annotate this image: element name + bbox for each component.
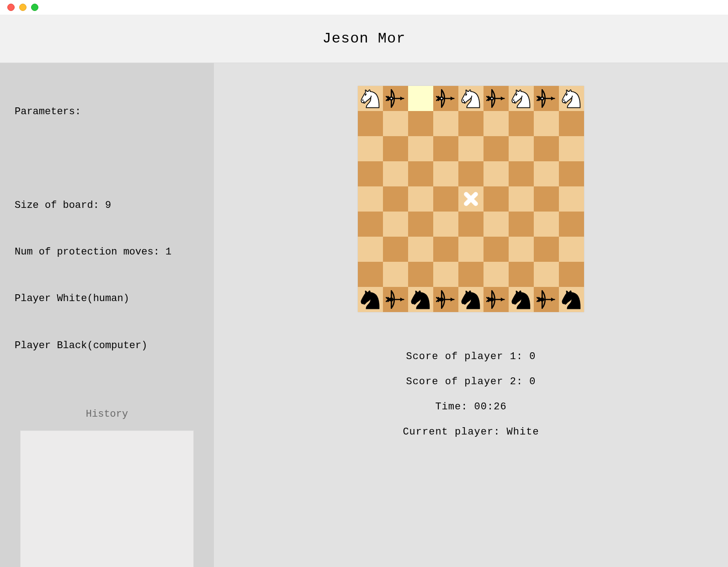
board-square[interactable] [509,111,534,136]
board-square[interactable] [358,161,383,186]
board-square[interactable] [433,186,458,212]
board-square[interactable] [358,186,383,212]
board-square[interactable] [383,111,408,136]
board-square[interactable] [458,262,484,287]
board-square[interactable] [484,186,509,212]
board-square[interactable] [408,262,433,287]
board-square[interactable] [433,237,458,262]
board-square[interactable] [484,212,509,237]
board-square[interactable] [534,86,559,111]
board-square[interactable] [433,136,458,161]
board-square[interactable] [433,111,458,136]
board-square[interactable] [383,86,408,111]
game-board[interactable] [358,86,584,312]
piece-archer-black[interactable] [383,287,408,314]
board-square[interactable] [408,86,433,111]
board-square[interactable] [559,262,584,287]
piece-knight-black[interactable] [458,287,484,314]
board-square[interactable] [509,186,534,212]
piece-archer-black[interactable] [534,287,559,314]
piece-knight-white[interactable] [559,86,584,113]
board-square[interactable] [358,237,383,262]
piece-archer-white[interactable] [383,86,408,113]
piece-knight-black[interactable] [408,287,433,314]
board-square[interactable] [433,287,458,312]
board-square[interactable] [484,136,509,161]
board-square[interactable] [458,287,484,312]
board-square[interactable] [433,86,458,111]
board-square[interactable] [559,136,584,161]
board-square[interactable] [484,237,509,262]
board-square[interactable] [534,111,559,136]
board-square[interactable] [559,237,584,262]
board-square[interactable] [408,287,433,312]
board-square[interactable] [484,262,509,287]
board-square[interactable] [534,161,559,186]
board-square[interactable] [484,287,509,312]
piece-archer-black[interactable] [433,287,458,314]
board-square[interactable] [383,212,408,237]
board-square[interactable] [534,186,559,212]
piece-knight-black[interactable] [559,287,584,314]
piece-knight-white[interactable] [458,86,484,113]
board-square[interactable] [509,237,534,262]
board-square[interactable] [534,262,559,287]
board-square[interactable] [408,212,433,237]
board-square[interactable] [534,212,559,237]
board-square[interactable] [534,287,559,312]
traffic-light-zoom[interactable] [31,4,38,11]
board-square[interactable] [509,86,534,111]
board-square[interactable] [358,212,383,237]
board-square[interactable] [408,237,433,262]
board-square[interactable] [559,212,584,237]
board-square[interactable] [408,186,433,212]
board-square[interactable] [559,161,584,186]
board-square[interactable] [458,136,484,161]
board-square[interactable] [358,86,383,111]
board-square[interactable] [458,86,484,111]
board-square[interactable] [509,262,534,287]
piece-knight-black[interactable] [358,287,383,314]
piece-archer-black[interactable] [484,287,509,314]
board-square[interactable] [559,186,584,212]
board-square[interactable] [458,161,484,186]
board-square[interactable] [458,111,484,136]
board-square[interactable] [458,186,484,212]
board-square[interactable] [559,111,584,136]
board-square[interactable] [559,287,584,312]
board-square[interactable] [408,111,433,136]
piece-knight-black[interactable] [509,287,534,314]
board-square[interactable] [408,136,433,161]
board-square[interactable] [509,136,534,161]
board-square[interactable] [559,86,584,111]
traffic-light-minimize[interactable] [19,4,27,11]
board-square[interactable] [509,212,534,237]
board-square[interactable] [358,111,383,136]
board-square[interactable] [383,186,408,212]
board-square[interactable] [458,212,484,237]
board-square[interactable] [534,136,559,161]
board-square[interactable] [534,237,559,262]
piece-archer-white[interactable] [534,86,559,113]
piece-archer-white[interactable] [433,86,458,113]
board-square[interactable] [358,262,383,287]
board-square[interactable] [383,136,408,161]
board-square[interactable] [458,237,484,262]
board-square[interactable] [509,161,534,186]
board-square[interactable] [433,262,458,287]
history-box[interactable] [20,430,194,567]
board-square[interactable] [358,136,383,161]
traffic-light-close[interactable] [7,4,15,11]
piece-knight-white[interactable] [358,86,383,113]
board-square[interactable] [408,161,433,186]
piece-archer-white[interactable] [484,86,509,113]
board-square[interactable] [484,111,509,136]
board-square[interactable] [383,161,408,186]
board-square[interactable] [383,262,408,287]
board-square[interactable] [484,161,509,186]
board-square[interactable] [358,287,383,312]
board-square[interactable] [433,212,458,237]
board-square[interactable] [509,287,534,312]
piece-knight-white[interactable] [509,86,534,113]
board-square[interactable] [383,237,408,262]
